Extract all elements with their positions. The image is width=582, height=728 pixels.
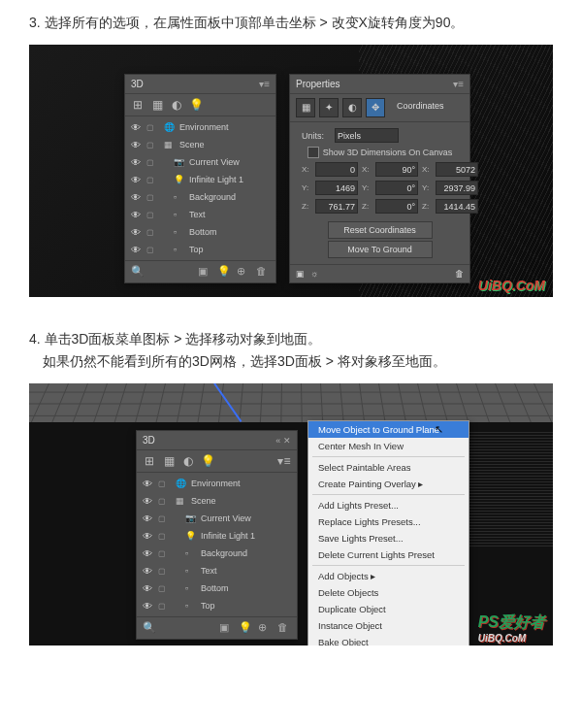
eye-icon[interactable]: 👁 [131, 157, 143, 168]
trash-icon[interactable]: 🗑 [256, 265, 270, 279]
eye-icon[interactable]: 👁 [143, 583, 154, 594]
checkbox-icon[interactable]: ▢ [158, 602, 168, 611]
tree-row[interactable]: 👁▢▫Bottom [137, 579, 297, 597]
panel-menu-icon[interactable]: ▾≡ [277, 454, 291, 468]
checkbox-icon[interactable]: ▢ [146, 158, 156, 167]
panel-close-icon[interactable]: ✕ [283, 436, 291, 446]
menu-item[interactable]: Replace Lights Presets... [308, 513, 469, 530]
menu-item[interactable]: Move Object to Ground Plane [308, 421, 469, 438]
menu-item[interactable]: Center Mesh In View [308, 438, 469, 454]
tree-row[interactable]: 👁▢📷Current View [125, 153, 275, 171]
tree-row[interactable]: 👁▢▦Scene [137, 492, 297, 510]
filter-whole-icon[interactable]: ⊞ [131, 98, 145, 112]
checkbox-icon[interactable]: ▢ [158, 549, 168, 558]
eye-icon[interactable]: 👁 [143, 531, 154, 542]
tree-row[interactable]: 👁▢💡Infinite Light 1 [137, 527, 297, 545]
search-icon[interactable]: 🔍 [143, 621, 156, 635]
eye-icon[interactable]: 👁 [131, 227, 143, 238]
render-icon[interactable]: ▣ [219, 621, 233, 635]
eye-icon[interactable]: 👁 [131, 210, 143, 220]
eye-icon[interactable]: 👁 [131, 245, 143, 255]
reset-coords-button[interactable]: Reset Coordinates [328, 221, 433, 239]
eye-icon[interactable]: 👁 [143, 566, 154, 577]
tree-row[interactable]: 👁▢▫Top [137, 597, 297, 614]
checkbox-icon[interactable]: ▢ [158, 532, 168, 541]
panel-menu-icon[interactable]: ▾≡ [453, 79, 464, 89]
trash-icon[interactable]: 🗑 [277, 621, 291, 635]
checkbox-icon[interactable]: ▢ [146, 193, 156, 202]
checkbox-icon[interactable]: ▢ [158, 480, 168, 488]
eye-icon[interactable]: 👁 [143, 479, 154, 489]
tree-row[interactable]: 👁▢▦Scene [125, 136, 275, 153]
tree-row[interactable]: 👁▢💡Infinite Light 1 [125, 171, 275, 188]
checkbox-icon[interactable]: ▢ [158, 514, 168, 523]
checkbox-icon[interactable]: ▢ [146, 141, 156, 149]
tab-cap-icon[interactable]: ◐ [342, 98, 362, 117]
eye-icon[interactable]: 👁 [143, 548, 154, 559]
render-icon[interactable]: ▣ [296, 269, 305, 279]
trash-icon[interactable]: 🗑 [455, 269, 464, 279]
light-icon[interactable]: ☼ [310, 269, 318, 279]
tab-deform-icon[interactable]: ✦ [319, 98, 339, 117]
filter-mesh-icon[interactable]: ▦ [162, 454, 176, 468]
menu-item[interactable]: Create Painting Overlay ▸ [308, 476, 469, 492]
new-layer-icon[interactable]: ⊕ [237, 265, 250, 279]
input-rot-z[interactable] [375, 199, 418, 214]
tree-row[interactable]: 👁▢▫Background [125, 188, 275, 206]
input-rot-x[interactable] [375, 162, 418, 177]
eye-icon[interactable]: 👁 [131, 122, 143, 133]
input-pos-x[interactable] [315, 162, 358, 177]
checkbox-icon[interactable]: ▢ [146, 246, 156, 254]
menu-item[interactable]: Duplicate Object [308, 601, 469, 617]
tree-row[interactable]: 👁▢▫Text [137, 562, 297, 579]
tab-mesh-icon[interactable]: ▦ [296, 98, 315, 117]
eye-icon[interactable]: 👁 [131, 192, 143, 203]
tree-row[interactable]: 👁▢▫Text [125, 206, 275, 223]
filter-mesh-icon[interactable]: ▦ [150, 98, 164, 112]
move-to-ground-button[interactable]: Move To Ground [328, 241, 433, 258]
menu-item[interactable]: Delete Objects [308, 584, 469, 601]
checkbox-icon[interactable]: ▢ [158, 567, 168, 576]
checkbox-icon[interactable]: ▢ [146, 176, 156, 184]
menu-item[interactable]: Add Objects ▸ [308, 568, 469, 584]
input-scale-z[interactable] [436, 199, 478, 214]
checkbox-icon[interactable]: ▢ [158, 584, 168, 593]
units-select[interactable] [335, 128, 399, 143]
new-layer-icon[interactable]: ⊕ [258, 621, 272, 635]
filter-material-icon[interactable]: ◐ [181, 454, 195, 468]
eye-icon[interactable]: 👁 [131, 175, 143, 185]
filter-light-icon[interactable]: 💡 [201, 454, 214, 468]
eye-icon[interactable]: 👁 [143, 513, 154, 524]
input-scale-y[interactable] [436, 181, 478, 195]
panel-menu-icon[interactable]: ▾≡ [259, 79, 270, 89]
render-icon[interactable]: ▣ [198, 265, 211, 279]
tree-row[interactable]: 👁▢▫Top [125, 241, 275, 258]
input-rot-y[interactable] [375, 181, 418, 195]
tree-row[interactable]: 👁▢▫Background [137, 545, 297, 562]
menu-item[interactable]: Delete Current Lights Preset [308, 546, 469, 563]
tree-row[interactable]: 👁▢🌐Environment [137, 475, 297, 492]
filter-light-icon[interactable]: 💡 [189, 98, 203, 112]
eye-icon[interactable]: 👁 [143, 496, 154, 507]
checkbox-icon[interactable]: ▢ [146, 228, 156, 237]
new-light-icon[interactable]: 💡 [217, 265, 231, 279]
checkbox-icon[interactable]: ▢ [158, 497, 168, 506]
new-light-icon[interactable]: 💡 [239, 621, 252, 635]
filter-whole-icon[interactable]: ⊞ [143, 454, 156, 468]
search-icon[interactable]: 🔍 [131, 265, 145, 279]
tree-row[interactable]: 👁▢📷Current View [137, 510, 297, 527]
input-pos-z[interactable] [315, 199, 358, 214]
panel-collapse-icon[interactable]: « [275, 436, 280, 446]
tree-row[interactable]: 👁▢▫Bottom [125, 223, 275, 241]
checkbox-icon[interactable]: ▢ [146, 211, 156, 219]
menu-item[interactable]: Save Lights Preset... [308, 530, 469, 546]
eye-icon[interactable]: 👁 [131, 140, 143, 150]
tree-row[interactable]: 👁▢🌐Environment [125, 118, 275, 136]
filter-material-icon[interactable]: ◐ [170, 98, 183, 112]
input-pos-y[interactable] [315, 181, 358, 195]
checkbox-icon[interactable]: ▢ [146, 123, 156, 132]
menu-item[interactable]: Add Lights Preset... [308, 497, 469, 513]
menu-item[interactable]: Bake Object [308, 634, 469, 645]
show-dims-checkbox[interactable] [307, 147, 319, 158]
eye-icon[interactable]: 👁 [143, 601, 154, 612]
